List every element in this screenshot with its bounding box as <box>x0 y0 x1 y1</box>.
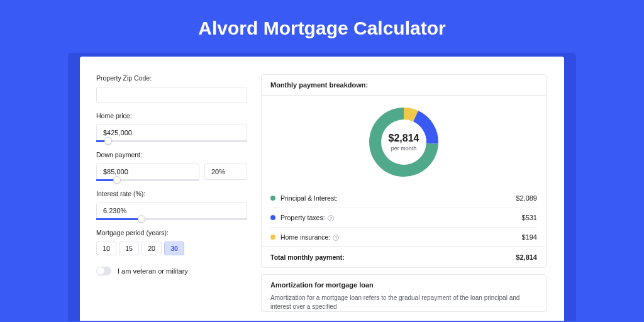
page-title: Alvord Mortgage Calculator <box>0 0 644 53</box>
period-field-group: Mortgage period (years): 10152030 <box>96 229 247 255</box>
price-input[interactable] <box>96 125 247 141</box>
legend-dot <box>270 215 275 220</box>
amort-title: Amortization for mortgage loan <box>270 281 537 289</box>
zip-input[interactable] <box>96 87 247 103</box>
rate-slider-thumb[interactable] <box>138 215 145 223</box>
period-button-15[interactable]: 15 <box>119 242 139 255</box>
donut-amount: $2,814 <box>389 133 419 144</box>
legend: Principal & Interest:$2,089Property taxe… <box>262 186 546 247</box>
veteran-toggle[interactable] <box>96 267 111 275</box>
legend-value: $531 <box>522 214 537 221</box>
zip-label: Property Zip Code: <box>96 74 247 82</box>
down-amount-input[interactable] <box>96 164 199 180</box>
down-label: Down payment: <box>96 151 247 158</box>
legend-row: Principal & Interest:$2,089 <box>270 189 537 208</box>
donut-chart: $2,814 per month <box>366 104 441 180</box>
breakdown-panel: Monthly payment breakdown: $2,814 per mo… <box>256 57 564 321</box>
down-slider-thumb[interactable] <box>113 176 121 184</box>
price-label: Home price: <box>96 112 247 119</box>
breakdown-card: Monthly payment breakdown: $2,814 per mo… <box>261 74 547 268</box>
donut-center: $2,814 per month <box>366 104 441 180</box>
veteran-row: I am veteran or military <box>96 267 247 275</box>
legend-label: Property taxes:? <box>280 214 522 221</box>
legend-row: Property taxes:?$531 <box>270 208 537 228</box>
toggle-knob <box>97 267 104 275</box>
rate-input[interactable] <box>96 203 247 219</box>
legend-dot <box>270 196 275 201</box>
legend-row: Home insurance:?$194 <box>270 228 537 247</box>
legend-dot <box>270 235 275 240</box>
period-button-row: 10152030 <box>96 242 247 255</box>
price-slider[interactable] <box>96 140 247 142</box>
total-label: Total monthly payment: <box>270 253 516 261</box>
info-icon[interactable]: ? <box>328 215 334 221</box>
form-panel: Property Zip Code: Home price: Down paym… <box>80 57 256 321</box>
donut-sub: per month <box>391 145 417 152</box>
calculator-card: Property Zip Code: Home price: Down paym… <box>80 57 564 321</box>
amort-text: Amortization for a mortgage loan refers … <box>270 294 537 311</box>
rate-label: Interest rate (%): <box>96 190 247 197</box>
legend-label: Home insurance:? <box>280 233 522 241</box>
period-button-20[interactable]: 20 <box>142 242 162 255</box>
down-pct-input[interactable] <box>204 164 247 180</box>
period-button-10[interactable]: 10 <box>96 242 116 255</box>
donut-wrap: $2,814 per month <box>262 96 546 186</box>
veteran-label: I am veteran or military <box>118 267 188 275</box>
legend-value: $2,089 <box>516 194 537 202</box>
period-label: Mortgage period (years): <box>96 229 247 236</box>
down-field-group: Down payment: <box>96 151 247 181</box>
zip-field-group: Property Zip Code: <box>96 74 247 103</box>
total-value: $2,814 <box>516 253 537 261</box>
period-button-30[interactable]: 30 <box>164 242 184 255</box>
total-row: Total monthly payment: $2,814 <box>262 247 546 267</box>
legend-label: Principal & Interest: <box>280 194 516 202</box>
price-field-group: Home price: <box>96 112 247 142</box>
info-icon[interactable]: ? <box>333 235 339 241</box>
rate-slider[interactable] <box>96 218 247 220</box>
breakdown-heading: Monthly payment breakdown: <box>262 75 546 96</box>
amortization-card: Amortization for mortgage loan Amortizat… <box>261 274 547 312</box>
legend-value: $194 <box>522 233 537 241</box>
card-shadow: Property Zip Code: Home price: Down paym… <box>68 53 576 321</box>
down-slider[interactable] <box>96 179 199 181</box>
rate-field-group: Interest rate (%): <box>96 190 247 220</box>
price-slider-thumb[interactable] <box>104 137 112 145</box>
